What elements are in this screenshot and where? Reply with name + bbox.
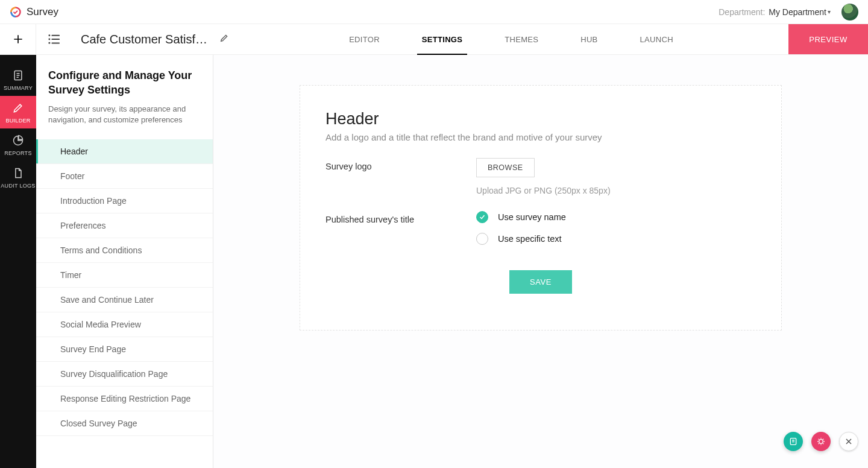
preview-button[interactable]: PREVIEW	[788, 24, 868, 54]
fab-help-button[interactable]	[811, 432, 831, 451]
header-settings-panel: Header Add a logo and a title that refle…	[300, 85, 782, 330]
survey-logo-label: Survey logo	[326, 158, 476, 171]
nav-launch[interactable]: LAUNCH	[640, 24, 673, 54]
settings-item-header[interactable]: Header	[36, 139, 213, 164]
chevron-down-icon[interactable]: ▾	[828, 8, 831, 15]
brand-bar: Survey Department: My Department ▾	[0, 0, 868, 24]
nav-settings[interactable]: SETTINGS	[422, 24, 462, 54]
rail-summary[interactable]: SUMMARY	[0, 63, 36, 96]
svg-rect-4	[52, 39, 60, 40]
radio-indicator	[476, 211, 488, 223]
radio-label: Use specific text	[498, 234, 562, 244]
add-button[interactable]	[0, 24, 36, 54]
settings-item-survey-end-page[interactable]: Survey End Page	[36, 337, 213, 362]
settings-item-survey-disqualification-page[interactable]: Survey Disqualification Page	[36, 362, 213, 387]
rail-label: BUILDER	[5, 118, 30, 124]
svg-point-9	[819, 440, 823, 444]
svg-point-1	[48, 34, 50, 36]
rail-audit-logs[interactable]: AUDIT LOGS	[0, 161, 36, 194]
pie-icon	[12, 134, 24, 148]
rail-builder[interactable]: BUILDER	[0, 96, 36, 128]
file-icon	[12, 167, 24, 180]
survey-title: Cafe Customer Satisfacti...	[81, 33, 213, 46]
fab-close-button[interactable]	[839, 432, 858, 451]
settings-item-terms-and-conditions[interactable]: Terms and Conditions	[36, 238, 213, 263]
settings-sidebar-desc: Design your survey, its appearance and n…	[48, 104, 200, 127]
fab-notes-button[interactable]	[784, 432, 803, 451]
svg-point-3	[48, 39, 50, 40]
radio-label: Use survey name	[498, 212, 566, 222]
left-rail: SUMMARYBUILDERREPORTSAUDIT LOGS	[0, 55, 36, 468]
save-button[interactable]: SAVE	[509, 270, 572, 294]
main-nav: EDITORSETTINGSTHEMESHUBLAUNCH	[234, 24, 788, 54]
doc-icon	[12, 69, 24, 83]
nav-editor[interactable]: EDITOR	[349, 24, 380, 54]
panel-subtitle: Add a logo and a title that reflect the …	[326, 132, 756, 142]
rail-label: REPORTS	[4, 150, 31, 156]
svg-point-5	[48, 42, 50, 44]
svg-rect-2	[52, 35, 60, 36]
toolbar: Cafe Customer Satisfacti... EDITORSETTIN…	[0, 24, 868, 55]
pencil-icon	[12, 102, 24, 115]
panel-title: Header	[326, 110, 756, 128]
list-toggle-button[interactable]	[36, 24, 72, 54]
settings-item-footer[interactable]: Footer	[36, 164, 213, 189]
settings-item-closed-survey-page[interactable]: Closed Survey Page	[36, 411, 213, 436]
edit-title-button[interactable]	[219, 33, 229, 45]
app-logo-icon	[10, 6, 22, 18]
settings-list: HeaderFooterIntroduction PagePreferences…	[36, 139, 213, 436]
floating-actions	[784, 432, 858, 451]
svg-rect-6	[52, 42, 60, 43]
app-name: Survey	[27, 6, 58, 18]
department-dropdown[interactable]: My Department	[769, 7, 826, 17]
settings-sidebar-title: Configure and Manage Your Survey Setting…	[48, 68, 200, 98]
settings-item-social-media-preview[interactable]: Social Media Preview	[36, 312, 213, 337]
radio-use-specific-text[interactable]: Use specific text	[476, 233, 756, 245]
nav-hub[interactable]: HUB	[580, 24, 597, 54]
browse-button[interactable]: BROWSE	[476, 158, 535, 177]
survey-title-area: Cafe Customer Satisfacti...	[72, 24, 234, 54]
settings-item-save-and-continue-later[interactable]: Save and Continue Later	[36, 288, 213, 312]
published-title-label: Published survey's title	[326, 211, 476, 224]
rail-reports[interactable]: REPORTS	[0, 128, 36, 161]
settings-item-timer[interactable]: Timer	[36, 263, 213, 288]
upload-hint: Upload JPG or PNG (250px x 85px)	[476, 186, 756, 195]
radio-indicator	[476, 233, 488, 245]
settings-item-response-editing-restriction-page[interactable]: Response Editing Restriction Page	[36, 387, 213, 411]
settings-item-introduction-page[interactable]: Introduction Page	[36, 189, 213, 213]
nav-themes[interactable]: THEMES	[505, 24, 538, 54]
department-label: Department:	[719, 7, 765, 17]
rail-label: SUMMARY	[4, 85, 33, 91]
main-content: Header Add a logo and a title that refle…	[213, 55, 868, 468]
settings-item-preferences[interactable]: Preferences	[36, 213, 213, 238]
rail-label: AUDIT LOGS	[1, 183, 35, 189]
settings-sidebar: Configure and Manage Your Survey Setting…	[36, 55, 213, 468]
radio-use-survey-name[interactable]: Use survey name	[476, 211, 756, 223]
avatar[interactable]	[841, 4, 858, 21]
